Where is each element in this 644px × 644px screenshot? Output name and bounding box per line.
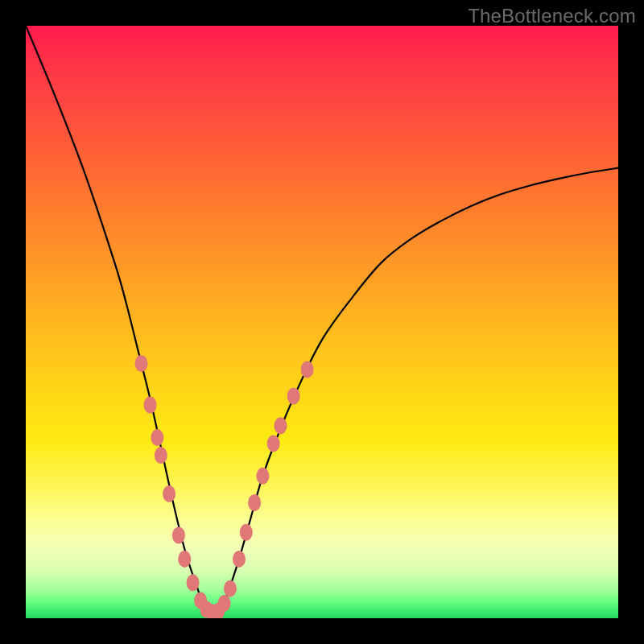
curve-markers [135, 355, 314, 618]
curve-marker [218, 595, 231, 612]
watermark-text: TheBottleneck.com [468, 5, 636, 27]
bottleneck-curve [26, 26, 618, 613]
curve-marker [301, 361, 314, 378]
curve-marker [187, 574, 200, 591]
plot-area [26, 26, 618, 618]
curve-marker [267, 435, 280, 452]
curve-marker [240, 524, 253, 541]
curve-marker [172, 526, 185, 543]
curve-marker [135, 355, 148, 372]
curve-marker [163, 485, 175, 502]
curve-marker [151, 429, 163, 446]
curve-marker [248, 494, 261, 511]
curve-marker [155, 447, 167, 464]
chart-frame: TheBottleneck.com [0, 0, 644, 644]
curve-marker [233, 551, 246, 568]
curve-marker [224, 580, 237, 597]
curve-layer [26, 26, 618, 618]
curve-marker [178, 551, 191, 568]
curve-marker [274, 417, 287, 434]
curve-marker [144, 397, 157, 414]
curve-marker [287, 388, 300, 405]
curve-marker [256, 468, 269, 485]
